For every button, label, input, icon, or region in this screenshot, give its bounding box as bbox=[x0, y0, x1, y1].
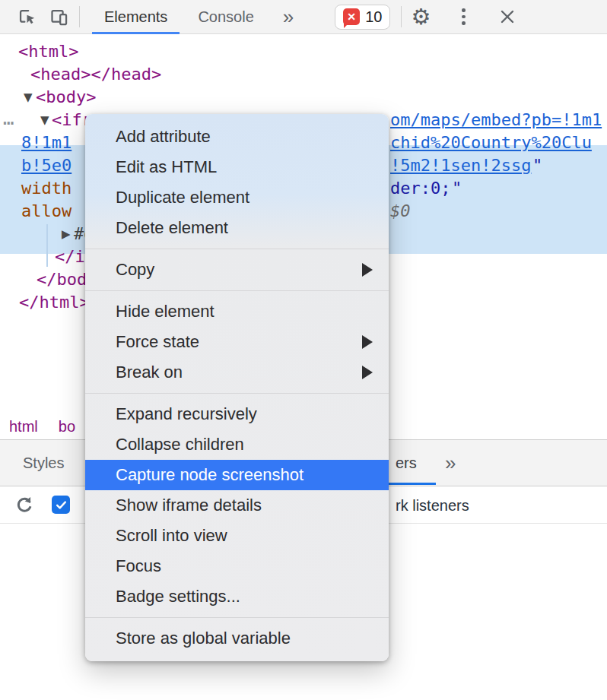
menu-item-hide-element[interactable]: Hide element bbox=[85, 296, 389, 327]
indent-guide-line bbox=[46, 224, 48, 267]
devtools-window: Elements Console » ✕ 10 ⚙ <html> <he bbox=[0, 0, 607, 700]
inspect-cursor-icon bbox=[17, 7, 37, 27]
menu-item-capture-node-screenshot[interactable]: Capture node screenshot bbox=[85, 460, 389, 490]
tab-elements-label: Elements bbox=[104, 8, 167, 26]
console-error-badge[interactable]: ✕ 10 bbox=[335, 5, 390, 30]
iframe-style-value: der:0; bbox=[390, 177, 450, 200]
vertical-dots-icon bbox=[462, 8, 466, 25]
ancestors-checkbox[interactable] bbox=[52, 496, 70, 514]
menu-item-copy[interactable]: Copy bbox=[85, 255, 389, 285]
menu-item-label: Badge settings... bbox=[116, 587, 240, 607]
devtools-toolbar: Elements Console » ✕ 10 ⚙ bbox=[0, 0, 607, 34]
menu-item-delete-element[interactable]: Delete element bbox=[85, 213, 389, 243]
context-menu: Add attribute Edit as HTML Duplicate ele… bbox=[85, 114, 389, 661]
submenu-arrow-icon bbox=[362, 366, 373, 379]
gear-glyph: ⚙ bbox=[411, 6, 431, 28]
breadcrumb-body[interactable]: bo bbox=[59, 418, 75, 436]
breadcrumb-html[interactable]: html bbox=[9, 418, 38, 436]
devtools-menu-icon[interactable] bbox=[450, 4, 476, 30]
inspect-element-icon[interactable] bbox=[14, 4, 40, 30]
active-tab-underline bbox=[92, 32, 180, 34]
collapse-arrow-icon[interactable]: ▼ bbox=[24, 86, 33, 109]
tab-event-listeners[interactable]: ers bbox=[396, 440, 417, 486]
menu-separator bbox=[85, 290, 389, 292]
refresh-icon bbox=[14, 495, 35, 516]
menu-item-label: Break on bbox=[116, 363, 183, 382]
toolbar-separator bbox=[401, 6, 402, 27]
tab-console-label: Console bbox=[198, 8, 253, 26]
tab-styles[interactable]: Styles bbox=[23, 440, 64, 486]
iframe-src-link[interactable]: chid%20Country%20Clu bbox=[390, 131, 592, 154]
menu-item-show-iframe-details[interactable]: Show iframe details bbox=[85, 490, 389, 521]
menu-item-label: Expand recursively bbox=[116, 404, 257, 424]
iframe-src-link[interactable]: 8!1m1 bbox=[21, 131, 72, 154]
dom-node-head[interactable]: <head></head> bbox=[30, 63, 161, 86]
menu-item-badge-settings[interactable]: Badge settings... bbox=[85, 581, 389, 612]
expand-arrow-icon[interactable]: ▶ bbox=[62, 223, 71, 245]
tab-elements[interactable]: Elements bbox=[89, 0, 183, 34]
menu-item-add-attribute[interactable]: Add attribute bbox=[85, 122, 389, 152]
menu-item-scroll-into-view[interactable]: Scroll into view bbox=[85, 521, 389, 551]
settings-gear-icon[interactable]: ⚙ bbox=[408, 4, 434, 30]
dollar-zero-hint: $0 bbox=[390, 200, 411, 223]
menu-item-edit-as-html[interactable]: Edit as HTML bbox=[85, 152, 389, 182]
checkmark-icon bbox=[55, 499, 68, 512]
menu-item-store-as-global-variable[interactable]: Store as global variable bbox=[85, 623, 389, 654]
dom-node-body-close[interactable]: </bod bbox=[37, 268, 87, 291]
tab-console[interactable]: Console bbox=[183, 0, 269, 34]
framework-listeners-label: rk listeners bbox=[396, 487, 469, 524]
menu-item-break-on[interactable]: Break on bbox=[85, 357, 389, 388]
tab-styles-label: Styles bbox=[23, 455, 64, 472]
menu-item-focus[interactable]: Focus bbox=[85, 551, 389, 581]
tab-event-listeners-label: ers bbox=[396, 455, 417, 472]
menu-item-expand-recursively[interactable]: Expand recursively bbox=[85, 399, 389, 429]
toolbar-separator bbox=[79, 6, 80, 27]
attr-closing-quote: " bbox=[532, 154, 542, 177]
menu-item-label: Store as global variable bbox=[116, 629, 291, 648]
menu-item-label: Copy bbox=[116, 260, 154, 280]
iframe-src-link[interactable]: !5m2!1sen!2ssg bbox=[390, 154, 531, 177]
device-toolbar-toggle[interactable] bbox=[46, 4, 72, 30]
dom-node-html[interactable]: <html> bbox=[18, 40, 78, 63]
close-icon bbox=[498, 8, 516, 26]
iframe-src-link[interactable]: om/maps/embed?pb=!1m1 bbox=[390, 109, 602, 131]
menu-item-duplicate-element[interactable]: Duplicate element bbox=[85, 182, 389, 213]
error-count: 10 bbox=[365, 8, 382, 26]
attr-closing-quote: " bbox=[452, 177, 462, 200]
device-toolbar-icon bbox=[49, 7, 69, 27]
menu-item-label: Add attribute bbox=[116, 127, 211, 147]
menu-item-label: Hide element bbox=[116, 302, 215, 321]
menu-item-label: Force state bbox=[116, 332, 199, 352]
close-devtools-icon[interactable] bbox=[494, 4, 520, 30]
submenu-arrow-icon bbox=[362, 263, 373, 277]
node-overflow-ellipsis-icon[interactable]: … bbox=[3, 107, 14, 130]
collapse-arrow-icon[interactable]: ▼ bbox=[40, 109, 49, 131]
menu-item-collapse-children[interactable]: Collapse children bbox=[85, 429, 389, 460]
menu-separator bbox=[85, 617, 389, 619]
iframe-width-attr[interactable]: width bbox=[21, 177, 72, 200]
menu-item-label: Collapse children bbox=[116, 435, 244, 455]
menu-separator bbox=[85, 249, 389, 250]
iframe-allow-attr[interactable]: allow bbox=[21, 200, 72, 223]
dom-node-body[interactable]: <body> bbox=[36, 86, 96, 109]
active-sidebar-tab-underline bbox=[384, 483, 436, 485]
error-icon: ✕ bbox=[343, 8, 360, 25]
dom-node-html-close[interactable]: </html> bbox=[19, 291, 90, 314]
submenu-arrow-icon bbox=[362, 335, 373, 349]
menu-item-label: Duplicate element bbox=[116, 188, 249, 207]
menu-item-label: Delete element bbox=[116, 218, 228, 238]
menu-item-label: Edit as HTML bbox=[116, 157, 217, 177]
menu-item-force-state[interactable]: Force state bbox=[85, 327, 389, 357]
menu-item-label: Show iframe details bbox=[116, 496, 262, 515]
iframe-src-link[interactable]: b!5e0 bbox=[21, 154, 72, 177]
menu-item-label: Focus bbox=[116, 556, 161, 576]
more-sidebar-tabs-icon[interactable]: » bbox=[445, 440, 456, 486]
more-tabs-icon[interactable]: » bbox=[275, 7, 301, 27]
menu-item-label: Scroll into view bbox=[116, 526, 227, 546]
menu-separator bbox=[85, 393, 389, 394]
refresh-listeners-button[interactable] bbox=[14, 495, 35, 519]
menu-item-label: Capture node screenshot bbox=[116, 465, 304, 485]
